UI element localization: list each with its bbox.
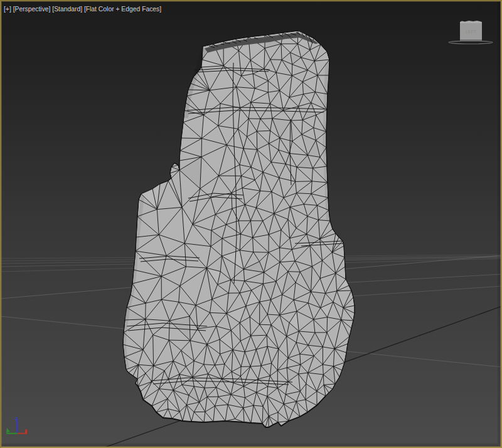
svg-text:z: z [15,415,18,422]
svg-text:LEFT: LEFT [466,29,477,34]
